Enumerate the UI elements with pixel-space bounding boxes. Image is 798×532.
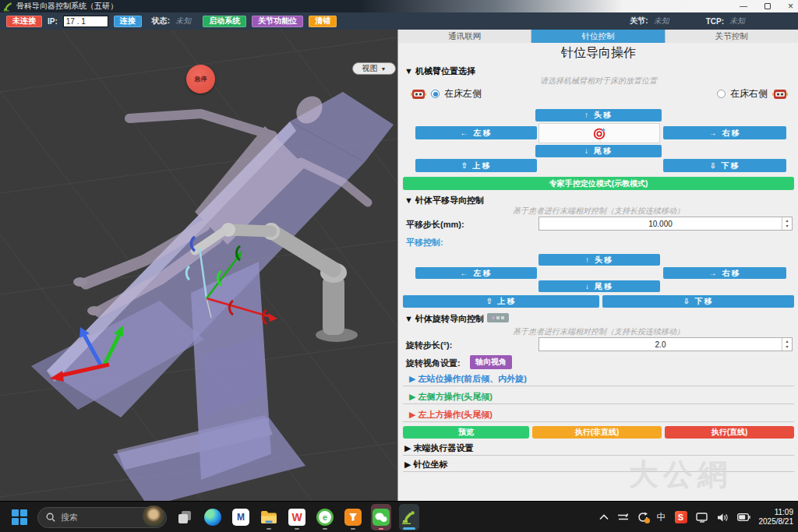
emergency-stop-label: 急停 [195,75,207,83]
divider [403,471,794,472]
preview-button[interactable]: 预览 [403,426,529,439]
translate-down-button[interactable]: ⇩ 下移 [602,295,794,308]
section-needle-rotation[interactable]: ▼ 针体旋转导向控制 [404,313,484,325]
minimize-button[interactable]: — [740,0,747,12]
taskbar-app-marktext[interactable]: M [231,504,251,530]
group-left-side[interactable]: ▶ 左侧方操作(头尾倾) [409,391,493,403]
taskbar-app-robot-control[interactable] [399,504,419,530]
update-sync-icon[interactable] [637,512,648,523]
translate-up-button[interactable]: ⇧ 上移 [403,295,599,308]
clear-error-button[interactable]: 清错 [309,16,337,27]
search-input[interactable]: 搜索 [37,507,167,528]
bed-right-label: 在床右侧 [730,87,768,100]
app-window: 骨科导向器控制系统（五研） — × 未连接 IP: 连接 状态: 未知 启动系统… [0,0,798,532]
start-system-button[interactable]: 启动系统 [203,16,246,27]
radio-bed-right[interactable] [717,90,726,98]
translate-head-button[interactable]: ↑ 头移 [538,254,660,266]
axial-view-button[interactable]: 轴向视角 [470,355,512,369]
state-value: 未知 [175,16,191,26]
battery-icon[interactable] [737,513,750,521]
arm-move-up-button[interactable]: ⇧ 上移 [415,159,537,172]
arm-move-head-button[interactable]: ↑ 头移 [535,109,662,122]
translate-left-button[interactable]: ← 左移 [415,267,537,279]
taskbar-app-wps[interactable]: W [287,504,307,530]
translate-tail-button[interactable]: ↓ 尾移 [538,280,660,292]
arm-side-options: 在床左侧 在床右侧 [398,86,798,103]
connect-button[interactable]: 连接 [114,16,142,27]
rotation-hint: 基于患者进行末端相对控制（支持长按连续移动） [398,326,798,337]
ime-language-indicator[interactable]: 中 [657,511,666,524]
arm-move-down-button[interactable]: ⇩ 下移 [663,159,786,172]
rotation-header-badge [487,313,509,322]
task-view-button[interactable] [175,504,195,530]
network-display-icon[interactable] [696,513,708,523]
panel-tabs: 通讯联网 针位控制 关节控制 [398,30,798,43]
spinner-arrows-icon[interactable]: ▴▾ [782,338,792,351]
taskbar-app-funnel[interactable] [343,504,363,530]
volume-icon[interactable] [717,513,729,523]
taskbar-app-file-explorer[interactable] [259,504,279,530]
taskbar: 搜索 M [0,501,798,532]
translation-step-label: 平移步长(mm): [406,219,464,231]
start-button[interactable] [9,504,30,530]
target-center-box [538,123,660,143]
view-dropdown[interactable]: 视图 ▼ [352,62,396,75]
hidden-icons-chevron[interactable] [599,514,609,520]
section-end-effector[interactable]: ▶ 末端执行器设置 [404,442,474,454]
translation-step-spinbox[interactable]: 10.000 ▴▾ [538,217,793,231]
emergency-stop-button[interactable]: 急停 [186,65,215,93]
maximize-button[interactable] [764,3,771,9]
taskbar-app-edge[interactable] [203,504,223,530]
search-highlight-image[interactable] [143,506,164,527]
sogou-input-icon[interactable]: S [675,511,687,523]
taskbar-app-green-browser[interactable]: e [315,504,335,530]
chevron-down-icon: ▼ [381,66,387,72]
divider [403,455,794,456]
rotation-step-label: 旋转步长(°): [406,340,452,351]
rotation-step-spinbox[interactable]: 2.0 ▴▾ [538,337,793,351]
translate-right-button[interactable]: → 右移 [663,267,786,279]
section-needle-coordinates[interactable]: ▶ 针位坐标 [404,459,448,470]
option-bed-right[interactable]: 在床右侧 [717,87,788,100]
window-title: 骨科导向器控制系统（五研） [16,1,118,12]
group-left-top[interactable]: ▶ 左上方操作(头尾倾) [409,409,493,421]
taskbar-app-wechat[interactable] [371,504,391,530]
running-indicator [323,528,327,530]
settings-sliders-icon[interactable] [617,513,629,522]
edge-icon [204,509,221,526]
option-bed-left[interactable]: 在床左侧 [411,87,482,100]
divider [403,403,794,404]
tcp-status-label: TCP: [706,17,724,26]
robot-face-icon [772,87,788,100]
arm-position-hint: 请选择机械臂相对于床的放置位置 [398,76,798,86]
spinner-arrows-icon[interactable]: ▴▾ [782,217,792,230]
group-left-station[interactable]: ▶ 左站位操作(前后倾、内外旋) [409,373,527,385]
arm-move-left-button[interactable]: ← 左移 [415,126,537,139]
tcp-status-value: 未知 [729,16,745,26]
ip-input[interactable] [63,16,108,27]
tab-joint-control[interactable]: 关节控制 [666,30,798,43]
clock[interactable]: 11:09 2025/8/21 [759,508,794,527]
tab-communication[interactable]: 通讯联网 [398,30,531,43]
running-indicator [295,528,299,530]
wps-icon: W [288,509,305,526]
divider [403,421,794,422]
state-label: 状态: [152,16,170,26]
arm-move-right-button[interactable]: → 右移 [663,126,786,139]
joint-function-button[interactable]: 关节功能位 [252,16,303,27]
section-needle-translation[interactable]: ▼ 针体平移导向控制 [404,195,484,206]
rotation-view-label: 旋转视角设置: [406,358,461,369]
close-button[interactable]: × [788,0,793,12]
execute-nonlinear-button[interactable]: 执行(非直线) [532,426,662,439]
translation-step-value: 10.000 [539,220,782,228]
viewport-3d[interactable]: 急停 视图 ▼ 停止 手控模式(示教) 预览 执行(非直线) 执行(直线) [0,30,397,501]
bed-left-label: 在床左侧 [444,87,482,100]
tab-needle-control[interactable]: 针位控制 [531,30,665,43]
radio-bed-left[interactable] [431,90,440,98]
active-app-indicator [403,527,415,530]
arm-move-tail-button[interactable]: ↓ 尾移 [535,145,662,157]
execute-linear-button[interactable]: 执行(直线) [665,426,794,439]
folder-icon [260,510,277,524]
joint-status-value: 未知 [654,16,669,26]
expert-manual-mode-button[interactable]: 专家手控定位模式(示教模式) [403,177,794,190]
